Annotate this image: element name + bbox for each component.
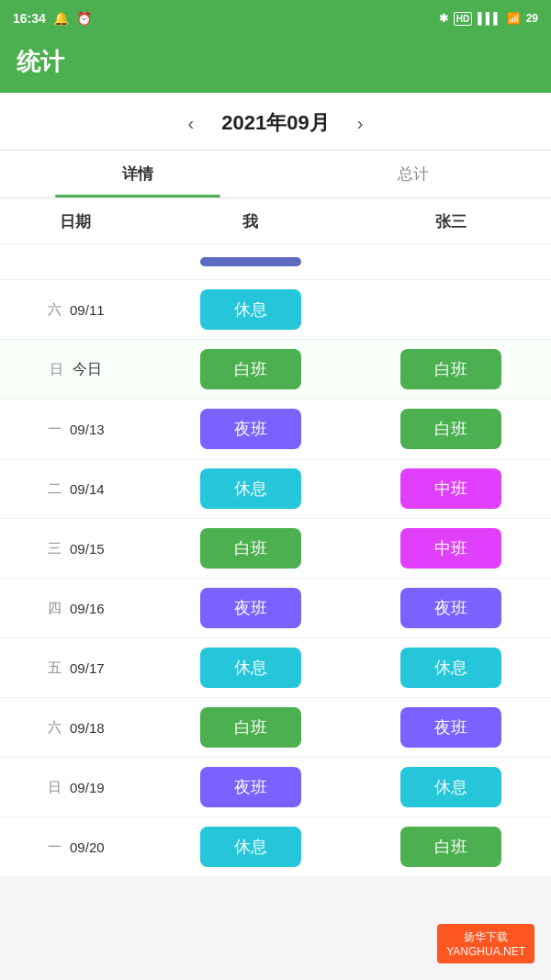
weekday-label: 五 (46, 659, 62, 677)
shift-badge-other[interactable]: 白班 (400, 349, 501, 389)
table-row: 日09/19夜班休息 (0, 758, 551, 817)
table-row: 五09/17休息休息 (0, 638, 551, 698)
date-cell: 一09/20 (0, 817, 151, 877)
col-other-header: 张三 (351, 198, 551, 244)
weekday-label: 一 (46, 421, 62, 438)
page-title: 统计 (17, 48, 64, 75)
other-shift-cell (351, 244, 551, 280)
hd-icon: HD (454, 12, 472, 26)
shift-badge-me[interactable]: 夜班 (200, 767, 301, 807)
me-shift-cell: 休息 (151, 638, 351, 698)
shift-badge-other[interactable]: 夜班 (400, 588, 501, 628)
shift-badge-me[interactable]: 休息 (200, 827, 301, 867)
table-row: 四09/16夜班夜班 (0, 579, 551, 638)
date-number: 09/19 (70, 780, 105, 795)
shift-badge-other[interactable]: 白班 (400, 409, 501, 449)
date-cell (0, 244, 151, 280)
other-shift-cell: 白班 (351, 340, 551, 400)
shift-badge-other[interactable]: 中班 (400, 528, 501, 569)
date-number: 09/14 (70, 481, 105, 497)
status-left: 16:34 🔔 ⏰ (13, 11, 92, 26)
weekday-label: 一 (46, 839, 62, 856)
time: 16:34 (13, 11, 46, 26)
shift-badge-me[interactable]: 夜班 (200, 409, 301, 449)
other-shift-cell: 夜班 (351, 579, 551, 638)
date-cell: 六09/18 (0, 698, 151, 758)
table-row: 一09/20休息白班 (0, 817, 551, 877)
watermark-line2: YANGHUA.NET (446, 945, 525, 958)
battery-icon: 29 (526, 12, 538, 25)
shift-badge-me[interactable]: 白班 (200, 528, 301, 569)
tab-summary[interactable]: 总计 (276, 151, 551, 197)
other-shift-cell: 休息 (351, 638, 551, 698)
shift-badge-other[interactable]: 夜班 (400, 707, 501, 748)
col-date-header: 日期 (0, 198, 151, 244)
watermark: 扬华下载 YANGHUA.NET (437, 924, 534, 963)
me-shift-cell: 休息 (151, 459, 351, 519)
shift-badge-other[interactable]: 休息 (400, 767, 501, 807)
date-cell: 日今日 (0, 340, 151, 400)
weekday-label: 六 (46, 301, 62, 319)
shift-badge-me[interactable]: 白班 (200, 707, 301, 748)
me-shift-cell: 白班 (151, 340, 351, 400)
weekday-label: 六 (46, 719, 62, 737)
weekday-label: 日 (46, 779, 62, 796)
table-row (0, 244, 551, 280)
weekday-label: 二 (46, 480, 62, 498)
signal-icon: ▌▌▌ (478, 12, 501, 25)
date-number: 09/16 (70, 601, 105, 616)
other-shift-cell (351, 280, 551, 340)
bluetooth-icon: ✱ (439, 12, 448, 25)
me-shift-cell (151, 244, 351, 280)
shift-badge-other[interactable]: 白班 (400, 827, 501, 867)
me-shift-cell: 白班 (151, 519, 351, 579)
shift-badge-me[interactable]: 夜班 (200, 588, 301, 628)
title-bar: 统计 (0, 37, 551, 93)
schedule-table: 日期 我 张三 六09/11休息日今日白班白班一09/13夜班白班二09/14休… (0, 198, 551, 877)
notification-icon: 🔔 (53, 11, 69, 26)
date-cell: 二09/14 (0, 459, 151, 519)
tab-detail[interactable]: 详情 (0, 151, 276, 197)
shift-badge-me[interactable]: 休息 (200, 468, 301, 509)
date-cell: 一09/13 (0, 400, 151, 459)
date-cell: 四09/16 (0, 579, 151, 638)
me-shift-cell: 夜班 (151, 579, 351, 638)
date-number: 09/15 (70, 541, 105, 557)
shift-indicator (200, 257, 301, 266)
wifi-icon: 📶 (507, 12, 521, 25)
next-month-button[interactable]: › (357, 113, 364, 134)
month-nav: ‹ 2021年09月 › (0, 93, 551, 151)
date-number: 09/20 (70, 839, 105, 855)
date-cell: 五09/17 (0, 638, 151, 698)
me-shift-cell: 夜班 (151, 400, 351, 459)
other-shift-cell: 夜班 (351, 698, 551, 758)
status-right: ✱ HD ▌▌▌ 📶 29 (439, 12, 538, 26)
tab-bar: 详情 总计 (0, 151, 551, 198)
me-shift-cell: 休息 (151, 817, 351, 877)
watermark-line1: 扬华下载 (464, 929, 508, 945)
table-row: 日今日白班白班 (0, 340, 551, 400)
shift-badge-other[interactable]: 中班 (400, 468, 501, 509)
weekday-label: 四 (46, 600, 62, 617)
other-shift-cell: 白班 (351, 817, 551, 877)
table-header-row: 日期 我 张三 (0, 198, 551, 244)
shift-badge-me[interactable]: 休息 (200, 289, 301, 330)
other-shift-cell: 中班 (351, 459, 551, 519)
date-cell: 日09/19 (0, 758, 151, 817)
other-shift-cell: 休息 (351, 758, 551, 817)
me-shift-cell: 白班 (151, 698, 351, 758)
status-bar: 16:34 🔔 ⏰ ✱ HD ▌▌▌ 📶 29 (0, 0, 551, 37)
shift-badge-me[interactable]: 休息 (200, 648, 301, 688)
date-number: 09/17 (70, 660, 105, 676)
other-shift-cell: 白班 (351, 400, 551, 459)
shift-badge-me[interactable]: 白班 (200, 349, 301, 389)
table-row: 二09/14休息中班 (0, 459, 551, 519)
month-display: 2021年09月 (221, 109, 329, 137)
prev-month-button[interactable]: ‹ (188, 113, 195, 134)
date-number: 09/18 (70, 720, 105, 736)
shift-badge-other[interactable]: 休息 (400, 648, 501, 688)
date-cell: 三09/15 (0, 519, 151, 579)
weekday-label: 日 (49, 361, 65, 378)
date-number: 09/11 (70, 302, 105, 318)
date-number: 09/13 (70, 422, 105, 437)
